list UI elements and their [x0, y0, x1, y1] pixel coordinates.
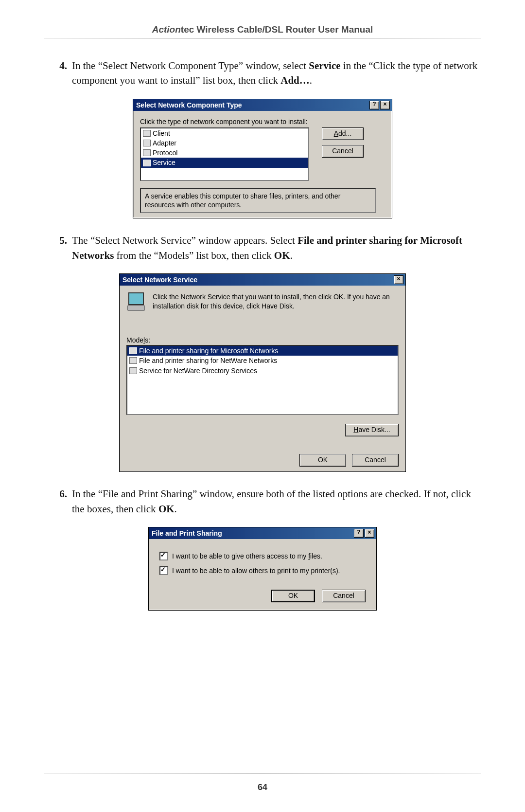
list-item-client[interactable]: Client [141, 128, 308, 138]
protocol-icon [143, 149, 151, 156]
step-5-number: 5. [44, 233, 72, 263]
dialog2-instruction: Click the Network Service that you want … [153, 292, 399, 312]
share-printers-checkbox[interactable] [159, 566, 168, 575]
adapter-icon [143, 140, 151, 146]
help-button[interactable]: ? [369, 101, 379, 109]
page-header: Actiontec Wireless Cable/DSL Router User… [44, 24, 481, 35]
cancel-button[interactable]: Cancel [322, 145, 364, 158]
dialog2-title: Select Network Service [122, 276, 393, 284]
list-item-adapter[interactable]: Adapter [141, 138, 308, 148]
dialog1-prompt: Click the type of network component you … [140, 118, 385, 126]
list-item-netware-sharing[interactable]: File and printer sharing for NetWare Net… [127, 356, 398, 365]
add-button[interactable]: Add... [322, 127, 364, 140]
header-rest: Wireless Cable/DSL Router User Manual [194, 24, 373, 35]
service-icon [143, 160, 151, 166]
list-item-service[interactable]: Service [141, 158, 308, 167]
dialog2-titlebar[interactable]: Select Network Service × [120, 274, 405, 286]
step-5-body: The “Select Network Service” window appe… [72, 233, 481, 263]
close-button[interactable]: × [365, 529, 374, 538]
header-rule [44, 38, 481, 39]
help-button[interactable]: ? [354, 529, 364, 538]
file-and-print-sharing-dialog: File and Print Sharing ? × I want to be … [148, 527, 377, 611]
ok-button[interactable]: OK [271, 590, 315, 602]
step-4: 4. In the “Select Network Component Type… [44, 58, 481, 88]
list-item-netware-directory[interactable]: Service for NetWare Directory Services [127, 366, 398, 376]
computer-icon [126, 292, 146, 312]
models-listbox[interactable]: File and printer sharing for Microsoft N… [126, 345, 399, 415]
list-item-ms-sharing[interactable]: File and printer sharing for Microsoft N… [127, 346, 398, 356]
share-files-checkbox[interactable] [159, 552, 168, 560]
service-icon [129, 347, 137, 354]
dialog1-title: Select Network Component Type [136, 101, 368, 109]
close-button[interactable]: × [380, 101, 390, 109]
close-button[interactable]: × [394, 275, 403, 284]
select-network-component-dialog: Select Network Component Type ? × Click … [133, 99, 392, 218]
cancel-button[interactable]: Cancel [352, 454, 399, 467]
step-5: 5. The “Select Network Service” window a… [44, 233, 481, 263]
service-icon [129, 367, 137, 374]
dialog3-titlebar[interactable]: File and Print Sharing ? × [149, 527, 376, 539]
component-type-listbox[interactable]: Client Adapter Protocol Service [140, 127, 309, 181]
step-4-body: In the “Select Network Component Type” w… [72, 58, 481, 88]
footer-rule [44, 773, 481, 774]
list-item-protocol[interactable]: Protocol [141, 148, 308, 158]
dialog1-titlebar[interactable]: Select Network Component Type ? × [133, 99, 392, 111]
cancel-button[interactable]: Cancel [322, 590, 366, 602]
brand-suffix: tec [181, 24, 194, 35]
service-icon [129, 357, 137, 364]
select-network-service-dialog: Select Network Service × Click the Netwo… [119, 273, 406, 472]
have-disk-button[interactable]: Have Disk... [345, 424, 399, 436]
step-6-number: 6. [44, 487, 72, 516]
step-6: 6. In the “File and Print Sharing” windo… [44, 487, 481, 516]
ok-button[interactable]: OK [299, 454, 346, 467]
share-files-option[interactable]: I want to be able to give others access … [159, 552, 366, 560]
step-6-body: In the “File and Print Sharing” window, … [72, 487, 481, 516]
client-icon [143, 130, 151, 137]
page-number: 64 [0, 782, 525, 793]
dialog3-title: File and Print Sharing [152, 529, 353, 537]
step-4-number: 4. [44, 58, 72, 88]
brand-italic: Action [152, 24, 181, 35]
component-description: A service enables this computer to share… [140, 188, 376, 213]
models-label: Models: [126, 336, 399, 344]
share-printers-option[interactable]: I want to be able to allow others to pri… [159, 566, 366, 575]
